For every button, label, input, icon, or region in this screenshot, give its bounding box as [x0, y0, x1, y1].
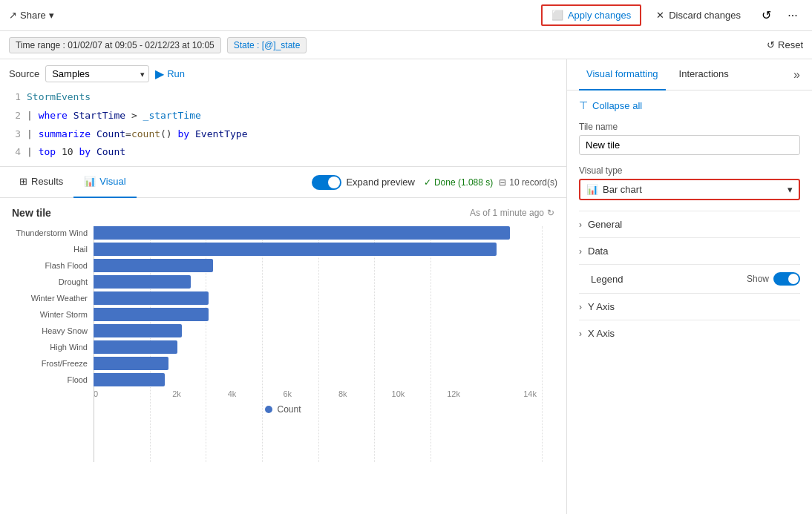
timestamp-label: As of 1 minute ago	[470, 208, 544, 218]
share-chevron-icon: ▾	[49, 10, 54, 21]
bar-track-drought	[94, 275, 537, 289]
code-line-3: 3 | summarize Count=count() by EventType	[9, 127, 557, 142]
second-bar: Time range : 01/02/07 at 09:05 - 02/12/2…	[0, 31, 812, 59]
legend-section-label: Legend	[591, 274, 741, 285]
apply-changes-icon: ⬜	[551, 10, 563, 21]
source-label: Source	[9, 68, 39, 79]
legend-toggle[interactable]	[773, 272, 800, 286]
general-section-label: General	[588, 219, 800, 230]
visual-icon: 📊	[84, 176, 96, 187]
bars-container: Thunderstorm Wind Hail Flash Flood	[12, 226, 554, 386]
bar-row-thunderstorm: Thunderstorm Wind	[12, 226, 537, 240]
time-range-badge: Time range : 01/02/07 at 09:05 - 02/12/2…	[9, 37, 221, 53]
discard-changes-button[interactable]: ✕ Discard changes	[647, 6, 750, 24]
tab-visual[interactable]: 📊 Visual	[73, 167, 136, 198]
status-count: ⊟ 10 record(s)	[499, 177, 557, 188]
bar-row-highwind: High Wind	[12, 340, 537, 354]
state-badge: State : [@]_state	[227, 37, 307, 53]
bar-label-frostfreeze: Frost/Freeze	[12, 359, 94, 368]
legend-section-right: Show	[747, 272, 800, 286]
bar-fill-frostfreeze	[94, 357, 168, 370]
expand-preview-toggle[interactable]	[312, 175, 341, 190]
reset-button[interactable]: ↺ Reset	[767, 39, 803, 50]
records-icon: ⊟	[499, 177, 506, 188]
run-button[interactable]: ▶ Run	[155, 67, 185, 81]
bar-row-drought: Drought	[12, 275, 537, 289]
code-line-2: 2 | where StartTime > _startTime	[9, 108, 557, 124]
x-tick-7: 14k	[481, 389, 537, 398]
refresh-chart-icon[interactable]: ↻	[547, 208, 554, 218]
bar-label-flood: Flood	[12, 375, 94, 384]
visual-tab-label: Visual	[99, 176, 125, 187]
x-tick-5: 10k	[370, 389, 426, 398]
general-section[interactable]: › General	[579, 211, 800, 237]
y-axis-section[interactable]: › Y Axis	[579, 293, 800, 320]
results-tab-label: Results	[31, 176, 63, 187]
done-label: Done (1.088 s)	[434, 177, 493, 188]
chart-header: New tile As of 1 minute ago ↻	[12, 207, 554, 219]
bar-fill-drought	[94, 275, 191, 289]
code-line-4: 4 | top 10 by Count	[9, 145, 557, 160]
refresh-button[interactable]: ↺	[756, 5, 776, 26]
code-content-3: | summarize Count=count() by EventType	[27, 127, 247, 142]
share-label: Share	[20, 10, 46, 21]
tabs-bar: ⊞ Results 📊 Visual Expand preview ✓ Done…	[0, 167, 566, 198]
apply-changes-button[interactable]: ⬜ Apply changes	[541, 4, 641, 26]
bar-fill-hail	[94, 243, 497, 256]
bar-row-winterstorm: Winter Storm	[12, 308, 537, 321]
bar-fill-thunderstorm	[94, 226, 510, 240]
bar-label-hail: Hail	[12, 245, 94, 254]
x-axis-section[interactable]: › X Axis	[579, 320, 800, 346]
collapse-all-button[interactable]: ⊤ Collapse all	[579, 99, 800, 111]
code-line-1: 1 StormEvents	[9, 90, 557, 105]
y-axis-chevron-icon: ›	[579, 302, 582, 312]
share-button[interactable]: ↗ Share ▾	[9, 10, 54, 21]
bar-track-winterweather	[94, 291, 537, 305]
chart-title: New tile	[12, 207, 51, 219]
tab-interactions[interactable]: Interactions	[672, 59, 736, 90]
reset-label: Reset	[778, 39, 803, 50]
discard-changes-label: Discard changes	[669, 10, 741, 21]
visual-type-inner: 📊 Bar chart	[586, 184, 642, 195]
bar-label-flashflood: Flash Flood	[12, 261, 94, 270]
interactions-tab-label: Interactions	[679, 68, 729, 79]
bar-row-winterweather: Winter Weather	[12, 291, 537, 305]
data-chevron-icon: ›	[579, 246, 582, 257]
tile-name-label: Tile name	[579, 122, 800, 132]
share-icon: ↗	[9, 10, 17, 21]
x-tick-1: 2k	[149, 389, 205, 398]
x-axis-chevron-icon: ›	[579, 329, 582, 339]
visual-type-dropdown[interactable]: 📊 Bar chart ▾	[579, 179, 800, 200]
tab-results[interactable]: ⊞ Results	[9, 167, 73, 198]
tile-name-input[interactable]	[579, 135, 800, 155]
bar-label-heavysnow: Heavy Snow	[12, 326, 94, 335]
bar-row-heavysnow: Heavy Snow	[12, 324, 537, 337]
more-options-button[interactable]: ···	[782, 5, 803, 26]
line-num-1: 1	[9, 90, 21, 105]
chart-wrapper: Thunderstorm Wind Hail Flash Flood	[12, 226, 554, 498]
bar-chart-icon: 📊	[586, 184, 598, 195]
run-label: Run	[167, 68, 185, 79]
state-value: [@]_state	[262, 40, 301, 50]
line-num-3: 3	[9, 127, 21, 142]
bar-row-flashflood: Flash Flood	[12, 259, 537, 272]
data-section[interactable]: › Data	[579, 237, 800, 264]
line-num-4: 4	[9, 145, 21, 160]
chart-timestamp: As of 1 minute ago ↻	[470, 208, 554, 218]
legend-show-label: Show	[747, 274, 769, 284]
bar-label-winterweather: Winter Weather	[12, 294, 94, 303]
bar-fill-heavysnow	[94, 324, 182, 337]
table-icon: ⊞	[19, 176, 27, 187]
bar-row-hail: Hail	[12, 243, 537, 256]
tab-visual-formatting[interactable]: Visual formatting	[579, 59, 666, 90]
query-toolbar: Source Samples ▶ Run	[9, 65, 557, 82]
y-axis-section-label: Y Axis	[588, 301, 800, 312]
top-bar: ↗ Share ▾ ⬜ Apply changes ✕ Discard chan…	[0, 0, 812, 31]
source-select[interactable]: Samples	[45, 65, 149, 82]
bar-fill-flood	[94, 373, 165, 386]
expand-panel-button[interactable]: »	[793, 68, 800, 82]
x-tick-6: 12k	[426, 389, 482, 398]
expand-preview-label: Expand preview	[346, 177, 415, 188]
x-tick-2: 4k	[204, 389, 260, 398]
bar-label-winterstorm: Winter Storm	[12, 310, 94, 319]
